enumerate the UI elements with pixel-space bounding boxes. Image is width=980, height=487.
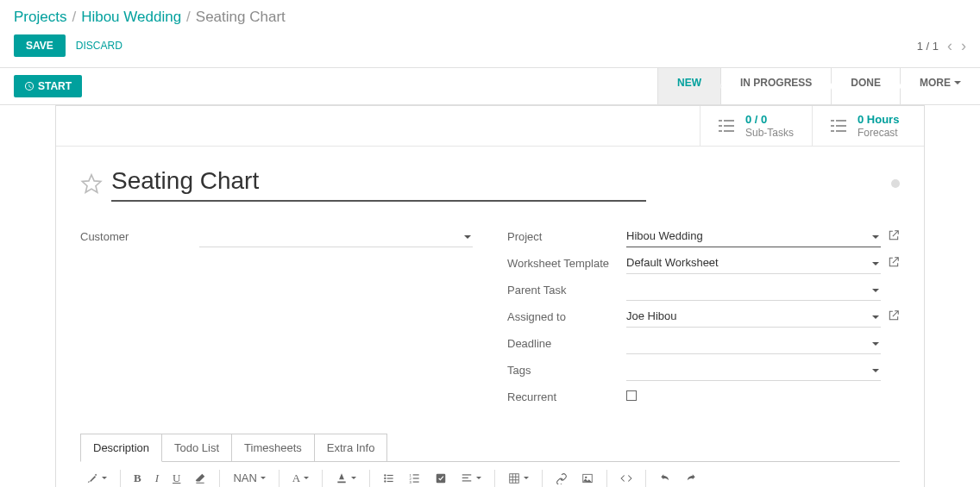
breadcrumb: Projects / Hibou Wedding / Seating Chart (0, 0, 980, 31)
stat-bar: 0 / 0 Sub-Tasks 0 Hours Forecast (56, 106, 924, 147)
deadline-field[interactable] (626, 334, 881, 351)
list-icon (716, 116, 737, 136)
chevron-down-icon[interactable] (872, 315, 879, 322)
table-button[interactable] (502, 468, 535, 487)
action-bar: SAVE DISCARD 1 / 1 ‹ › (0, 31, 980, 67)
chevron-down-icon (954, 81, 961, 88)
breadcrumb-projects[interactable]: Projects (14, 9, 66, 26)
eraser-icon[interactable] (188, 468, 212, 487)
pager-prev[interactable]: ‹ (947, 37, 952, 55)
status-bar: NEW IN PROGRESS DONE MORE (657, 68, 980, 104)
svg-rect-13 (462, 474, 472, 475)
wand-icon[interactable] (80, 468, 113, 487)
external-link-icon[interactable] (888, 309, 900, 324)
svg-point-4 (384, 480, 386, 482)
save-button[interactable]: SAVE (14, 34, 66, 57)
external-link-icon[interactable] (888, 229, 900, 244)
chevron-down-icon[interactable] (872, 235, 879, 242)
pager-text: 1 / 1 (917, 40, 939, 53)
clock-icon (24, 81, 35, 91)
parent-label: Parent Task (507, 284, 626, 297)
tags-label: Tags (507, 364, 626, 377)
assigned-label: Assigned to (507, 310, 626, 323)
italic-button[interactable]: I (149, 467, 165, 487)
svg-point-0 (384, 474, 386, 476)
link-button[interactable] (550, 468, 574, 487)
customer-label: Customer (80, 230, 199, 243)
stat-forecast[interactable]: 0 Hours Forecast (812, 106, 924, 146)
stat-subtasks[interactable]: 0 / 0 Sub-Tasks (700, 106, 812, 146)
task-title-input[interactable] (111, 165, 646, 202)
recurrent-checkbox[interactable] (626, 390, 637, 401)
status-row: START NEW IN PROGRESS DONE MORE (0, 67, 980, 105)
status-in-progress[interactable]: IN PROGRESS (720, 68, 831, 104)
tabs: Description Todo List Timesheets Extra I… (80, 434, 900, 462)
font-family-select[interactable]: A (286, 467, 315, 487)
kanban-state-dot[interactable] (891, 179, 900, 188)
svg-rect-7 (413, 474, 419, 475)
assigned-to-field[interactable] (626, 308, 881, 324)
chevron-down-icon[interactable] (872, 289, 879, 296)
breadcrumb-current: Seating Chart (196, 9, 286, 26)
svg-rect-3 (387, 478, 393, 478)
code-button[interactable] (614, 468, 638, 487)
chevron-down-icon[interactable] (872, 369, 879, 376)
tab-description[interactable]: Description (80, 434, 162, 462)
pager: 1 / 1 ‹ › (917, 37, 966, 55)
start-button[interactable]: START (14, 75, 82, 97)
svg-point-2 (384, 478, 386, 479)
underline-button[interactable]: U (166, 467, 186, 487)
tab-todo[interactable]: Todo List (161, 434, 232, 462)
template-field[interactable] (626, 254, 881, 271)
status-new[interactable]: NEW (657, 68, 720, 104)
undo-button[interactable] (653, 468, 677, 487)
form-sheet: 0 / 0 Sub-Tasks 0 Hours Forecast Cu (55, 105, 925, 487)
ordered-list-button[interactable]: 123 (403, 468, 427, 487)
svg-text:3: 3 (410, 480, 412, 484)
checklist-button[interactable] (429, 468, 453, 487)
title-row (56, 147, 924, 209)
tab-extra-info[interactable]: Extra Info (314, 434, 388, 462)
image-button[interactable] (575, 468, 600, 487)
project-field[interactable] (626, 228, 881, 244)
align-button[interactable] (455, 468, 487, 487)
color-picker[interactable] (330, 468, 362, 487)
breadcrumb-project-name[interactable]: Hibou Wedding (81, 9, 181, 26)
breadcrumb-sep: / (72, 9, 76, 26)
template-label: Worksheet Template (507, 257, 626, 270)
bold-button[interactable]: B (128, 467, 148, 487)
chevron-down-icon[interactable] (464, 235, 471, 242)
svg-rect-5 (387, 481, 393, 482)
stat-subtasks-value: 0 / 0 (745, 113, 794, 127)
chevron-down-icon[interactable] (872, 342, 879, 349)
svg-rect-15 (462, 480, 472, 481)
star-icon[interactable] (80, 172, 103, 195)
editor-toolbar: B I U NAN A 123 (56, 462, 924, 487)
stat-forecast-value: 0 Hours (858, 113, 899, 127)
recurrent-label: Recurrent (507, 390, 626, 403)
stat-subtasks-label: Sub-Tasks (745, 127, 794, 139)
svg-rect-16 (510, 474, 519, 484)
deadline-label: Deadline (507, 337, 626, 350)
status-more[interactable]: MORE (900, 68, 980, 104)
svg-rect-14 (462, 478, 468, 478)
svg-rect-11 (413, 481, 419, 482)
discard-button[interactable]: DISCARD (76, 40, 122, 52)
svg-point-22 (585, 477, 587, 478)
status-done[interactable]: DONE (831, 68, 900, 104)
svg-rect-12 (437, 474, 446, 484)
tags-field[interactable] (626, 361, 881, 378)
fields: Customer Project Worksh (56, 209, 924, 425)
external-link-icon[interactable] (888, 256, 900, 271)
redo-button[interactable] (679, 468, 703, 487)
chevron-down-icon[interactable] (872, 262, 879, 269)
unordered-list-button[interactable] (377, 468, 401, 487)
breadcrumb-sep: / (186, 9, 191, 26)
parent-task-field[interactable] (626, 281, 881, 297)
font-size-select[interactable]: NAN (227, 467, 271, 487)
customer-field[interactable] (199, 228, 473, 244)
pager-next[interactable]: › (961, 37, 966, 55)
tab-timesheets[interactable]: Timesheets (231, 434, 315, 462)
list-icon (828, 116, 849, 136)
svg-rect-1 (387, 475, 393, 476)
